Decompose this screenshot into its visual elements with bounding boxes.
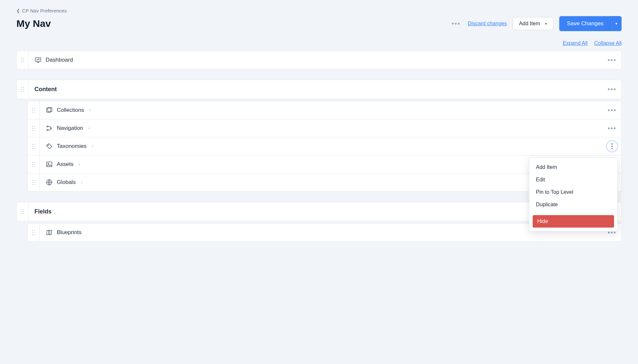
globals-icon (46, 179, 53, 186)
drag-handle[interactable] (17, 202, 29, 221)
chevron-down-icon: ▾ (545, 22, 547, 26)
assets-icon (46, 161, 53, 168)
menu-divider (529, 213, 617, 213)
svg-point-3 (47, 126, 48, 127)
nav-item-dashboard[interactable]: Dashboard ••• (16, 51, 622, 69)
nav-section-content[interactable]: Content ••• (16, 80, 622, 99)
nav-item-label: Collections (57, 107, 84, 113)
menu-duplicate[interactable]: Duplicate (529, 198, 617, 211)
header-more-button[interactable]: ••• (450, 20, 462, 27)
menu-pin-top[interactable]: Pin to Top Level (529, 186, 617, 198)
chevron-right-icon: › (89, 108, 91, 112)
menu-hide[interactable]: Hide (533, 215, 614, 228)
save-button-label: Save Changes (567, 20, 604, 27)
svg-point-5 (51, 128, 52, 129)
chevron-down-icon: ▾ (615, 21, 617, 26)
svg-point-8 (48, 163, 49, 164)
nav-item-navigation[interactable]: Navigation › ••• (28, 119, 622, 137)
chevron-right-icon: › (79, 162, 80, 167)
breadcrumb[interactable]: ❮ CP Nav Preferences (16, 8, 67, 13)
drag-handle[interactable] (28, 137, 40, 155)
row-more-button[interactable]: ••• (607, 125, 616, 132)
svg-point-4 (47, 130, 48, 131)
nav-item-label: Blueprints (57, 229, 82, 236)
save-button[interactable]: Save Changes (559, 16, 611, 31)
chevron-right-icon: › (88, 126, 90, 131)
drag-handle[interactable] (28, 155, 40, 173)
row-more-button[interactable]: ••• (607, 86, 616, 93)
collections-icon (46, 107, 53, 114)
dashboard-icon (34, 56, 42, 64)
row-context-menu: Add Item Edit Pin to Top Level Duplicate… (529, 157, 618, 231)
drag-handle[interactable] (28, 224, 40, 241)
svg-point-6 (48, 145, 48, 145)
drag-handle[interactable] (17, 80, 29, 99)
breadcrumb-label: CP Nav Preferences (22, 8, 67, 13)
nav-item-collections[interactable]: Collections › ••• (28, 101, 622, 119)
collapse-all-link[interactable]: Collapse All (594, 40, 622, 46)
row-more-button[interactable] (607, 141, 617, 152)
nav-item-taxonomies[interactable]: Taxonomies › (28, 137, 622, 155)
page-title: My Nav (16, 18, 51, 29)
nav-item-label: Assets (57, 161, 74, 168)
drag-handle[interactable] (28, 173, 40, 191)
row-more-button[interactable]: ••• (607, 56, 616, 64)
menu-edit[interactable]: Edit (529, 173, 617, 186)
save-button-dropdown[interactable]: ▾ (611, 16, 622, 31)
navigation-icon (46, 125, 53, 132)
taxonomies-icon (46, 143, 53, 150)
add-item-button[interactable]: Add Item ▾ (513, 17, 553, 30)
drag-handle[interactable] (17, 51, 29, 69)
svg-rect-7 (47, 162, 52, 167)
nav-item-label: Navigation (57, 125, 83, 131)
section-label: Fields (34, 208, 52, 215)
drag-handle[interactable] (28, 119, 40, 137)
discard-changes-link[interactable]: Discard changes (468, 21, 507, 27)
menu-add-item[interactable]: Add Item (529, 161, 617, 173)
chevron-left-icon: ❮ (16, 8, 20, 13)
nav-item-label: Taxonomies (57, 143, 87, 150)
nav-item-label: Dashboard (46, 57, 73, 63)
nav-item-label: Globals (57, 179, 76, 186)
blueprints-icon (46, 229, 53, 236)
section-label: Content (34, 86, 57, 93)
chevron-right-icon: › (92, 144, 93, 149)
add-item-label: Add Item (519, 21, 540, 27)
expand-all-link[interactable]: Expand All (563, 40, 588, 46)
chevron-right-icon: › (81, 180, 82, 185)
drag-handle[interactable] (28, 101, 40, 119)
row-more-button[interactable]: ••• (607, 107, 616, 114)
